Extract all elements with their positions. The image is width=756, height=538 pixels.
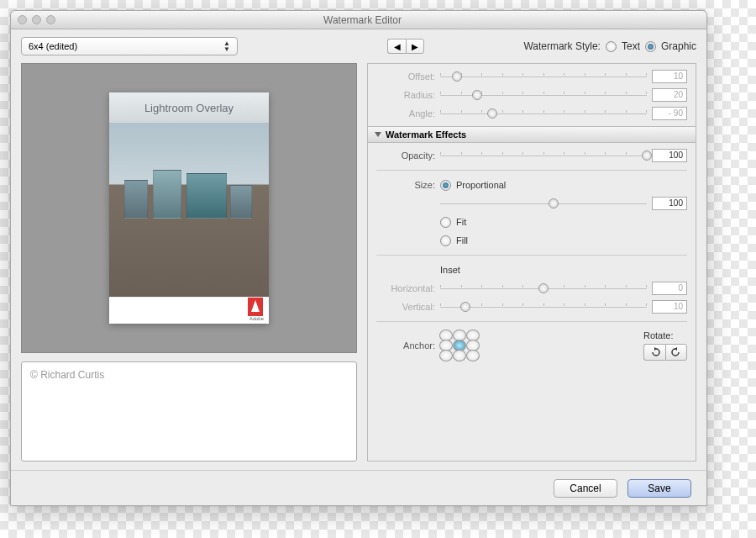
content-area: Lightroom Overlay Adobe	[11, 63, 706, 470]
preview-image	[109, 123, 269, 297]
window-title: Watermark Editor	[55, 14, 669, 26]
radius-slider[interactable]	[440, 90, 647, 100]
size-row: Size: Proportional	[376, 176, 687, 194]
anchor-rotate-row: Anchor: Rotate:	[376, 327, 687, 367]
shadow-panel: Offset: 10 Radius: 20 Angle: - 90	[368, 64, 696, 126]
preview-photo: Lightroom Overlay Adobe	[109, 92, 269, 324]
inset-horizontal-value[interactable]: 0	[652, 282, 687, 295]
angle-row: Angle: - 90	[376, 104, 687, 123]
size-fill-row: Fill	[376, 231, 687, 250]
photo-footer: Adobe	[109, 297, 269, 324]
offset-label: Offset:	[376, 71, 435, 82]
inset-vertical-value[interactable]: 10	[652, 300, 687, 314]
effects-header[interactable]: Watermark Effects	[368, 126, 696, 143]
preview-panel: Lightroom Overlay Adobe	[21, 63, 357, 353]
radio-proportional[interactable]	[440, 180, 451, 191]
titlebar: Watermark Editor	[11, 11, 706, 29]
radius-row: Radius: 20	[376, 86, 687, 104]
settings-panel: Offset: 10 Radius: 20 Angle: - 90 Waterm	[367, 63, 696, 462]
angle-label: Angle:	[376, 108, 435, 119]
effects-header-label: Watermark Effects	[386, 129, 466, 140]
size-label: Size:	[376, 180, 435, 190]
radio-text-label: Text	[622, 40, 640, 52]
zoom-icon[interactable]	[46, 15, 55, 24]
radio-graphic[interactable]	[645, 41, 656, 52]
inset-vertical-row: Vertical: 10	[376, 298, 687, 316]
inset-label: Inset	[440, 265, 460, 275]
preset-selected-label: 6x4 (edited)	[29, 41, 77, 51]
offset-row: Offset: 10	[376, 67, 687, 86]
radio-fit[interactable]	[440, 217, 451, 228]
save-button[interactable]: Save	[627, 479, 691, 498]
anchor-label: Anchor:	[376, 330, 435, 351]
rotate-label: Rotate:	[643, 330, 673, 340]
anchor-grid[interactable]	[440, 330, 480, 361]
radius-value[interactable]: 20	[652, 88, 687, 102]
traffic-lights	[11, 15, 55, 24]
offset-slider[interactable]	[440, 71, 647, 82]
preset-dropdown[interactable]: 6x4 (edited) ▲▼	[21, 37, 238, 55]
rotate-right-icon	[670, 347, 682, 357]
rotate-left-button[interactable]	[643, 344, 665, 361]
close-icon[interactable]	[18, 15, 27, 24]
chevron-updown-icon: ▲▼	[223, 40, 230, 52]
size-slider[interactable]	[440, 198, 647, 208]
disclosure-triangle-icon	[375, 132, 381, 137]
rotate-right-button[interactable]	[665, 344, 687, 361]
watermark-style-group: Watermark Style: Text Graphic	[523, 40, 696, 52]
radio-proportional-label: Proportional	[456, 180, 506, 190]
angle-slider[interactable]	[440, 108, 647, 119]
next-button[interactable]: ▶	[406, 39, 424, 54]
dialog-footer: Cancel Save	[11, 470, 706, 505]
radio-fill[interactable]	[440, 235, 451, 246]
angle-value[interactable]: - 90	[652, 107, 687, 120]
left-column: Lightroom Overlay Adobe	[21, 63, 357, 462]
inset-vertical-label: Vertical:	[376, 302, 435, 312]
offset-value[interactable]: 10	[652, 70, 687, 83]
cancel-button[interactable]: Cancel	[554, 479, 617, 498]
opacity-row: Opacity: 100	[376, 146, 687, 165]
inset-horizontal-slider[interactable]	[440, 283, 647, 293]
adobe-logo-icon	[248, 298, 263, 316]
prev-button[interactable]: ◀	[387, 39, 406, 54]
watermark-style-label: Watermark Style:	[523, 40, 601, 52]
size-value[interactable]: 100	[652, 197, 687, 210]
inset-horizontal-row: Horizontal: 0	[376, 279, 687, 298]
overlay-text: Lightroom Overlay	[109, 92, 269, 123]
inset-horizontal-label: Horizontal:	[376, 283, 435, 293]
inset-label-row: Inset	[376, 261, 687, 279]
watermark-editor-window: Watermark Editor 6x4 (edited) ▲▼ ◀ ▶ Wat…	[10, 10, 707, 506]
opacity-label: Opacity:	[376, 150, 435, 161]
rotate-left-icon	[649, 347, 661, 357]
copyright-text: © Richard Curtis	[30, 369, 104, 381]
toolbar: 6x4 (edited) ▲▼ ◀ ▶ Watermark Style: Tex…	[11, 29, 706, 63]
size-fit-row: Fit	[376, 213, 687, 231]
opacity-value[interactable]: 100	[652, 149, 687, 162]
radio-fill-label: Fill	[456, 235, 468, 245]
copyright-input[interactable]: © Richard Curtis	[21, 361, 357, 462]
radio-graphic-label: Graphic	[661, 40, 696, 52]
minimize-icon[interactable]	[32, 15, 41, 24]
size-slider-row: 100	[376, 194, 687, 213]
radius-label: Radius:	[376, 90, 435, 100]
inset-vertical-slider[interactable]	[440, 302, 647, 312]
radio-text[interactable]	[606, 41, 617, 52]
adobe-brand: Adobe	[248, 316, 264, 321]
opacity-slider[interactable]	[440, 150, 647, 161]
radio-fit-label: Fit	[456, 217, 466, 227]
nav-buttons: ◀ ▶	[387, 39, 424, 54]
effects-panel: Opacity: 100 Size: Proportional 100	[368, 143, 696, 371]
